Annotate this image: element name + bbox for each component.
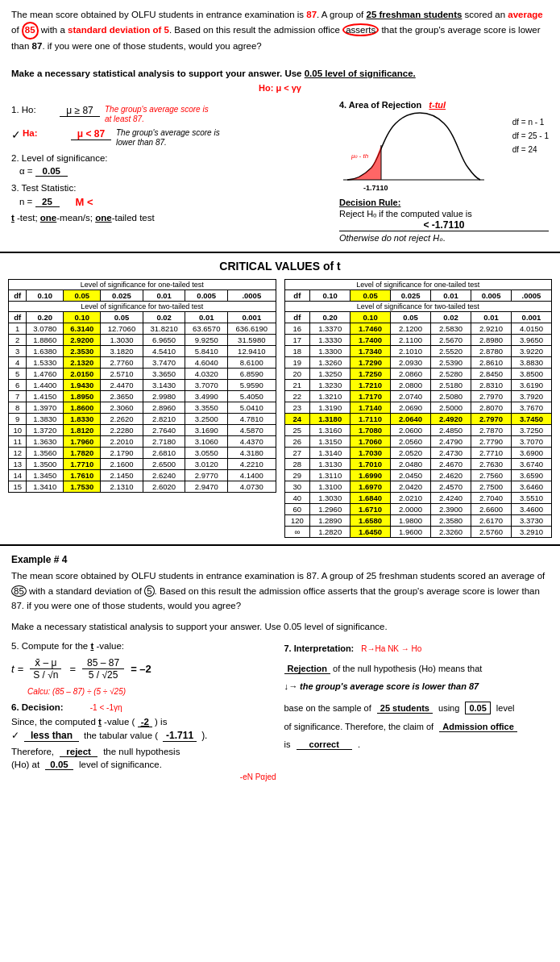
table-row: 121.35601.78202.17902.68103.05504.3180 (9, 448, 276, 459)
col-002: 0.02 (143, 312, 185, 323)
since-block: Since, the computed t -value ( -2 ) is (11, 717, 276, 727)
col-010b: 0.10 (64, 312, 101, 323)
example4-text: The mean score obtained by OLFU students… (11, 568, 549, 613)
level-val: 0.05 (45, 760, 73, 770)
table-row: 91.38301.83302.26202.82103.25004.7810 (9, 414, 276, 425)
test-stat-label: 3. Test Statistic: (11, 183, 331, 193)
table-row: 261.31501.70602.05602.47902.77903.7070 (284, 436, 552, 448)
make-analysis: Make a necessary statistical analysis to… (11, 69, 416, 78)
otherwise-text: Otherwise do not reject Hₒ. (339, 233, 549, 244)
compute-label: 5. Compute for the t -value: (11, 641, 276, 651)
m-annotation: M < (76, 196, 93, 208)
table-row: 41.53302.13202.77603.74704.60408.6100 (9, 357, 276, 369)
col-0025: 0.025 (101, 290, 143, 302)
df-col-h: df (9, 290, 27, 302)
means-arrow: ↓→ the group's average score is lower th… (284, 681, 479, 691)
compute-right: 7. Interpretation: R→Ha NK → Ho Rejectio… (284, 641, 550, 781)
rcol-0005: 0.005 (471, 290, 512, 302)
example4-title: Example # 4 (11, 554, 549, 565)
col-001: 0.01 (143, 290, 185, 302)
table-row: 601.29601.67102.00002.39002.66003.4600 (284, 504, 552, 515)
therefore-block: Therefore, reject the null hypothesis (11, 747, 276, 756)
decision-rule-label: Decision Rule: (339, 198, 549, 207)
calcu-note: Calcu: (85 – 87) ÷ (5 ÷ √25) (27, 687, 276, 696)
test-statistic: 3. Test Statistic: n = 25 M < t -test; o… (11, 183, 331, 223)
table-row: 81.39701.86002.30602.89603.35505.0410 (9, 402, 276, 414)
solution-right: 4. Area of Rejection t-tul μ₀ - th (339, 100, 549, 244)
interp-label: 7. Interpretation: (284, 643, 355, 653)
level-label: 2. Level of significance: (11, 153, 331, 163)
right-header1: Level of significance for one-tailed tes… (284, 280, 552, 290)
rcol-005b: 0.05 (391, 312, 431, 323)
left-table-wrap: Level of significance for one-tailed tes… (8, 279, 276, 538)
compute-area: 5. Compute for the t -value: t = x̄ – μ … (11, 641, 549, 781)
table-row: 211.32301.72102.08002.51802.83103.6190 (284, 380, 552, 391)
t-label: t (90, 641, 93, 651)
right-table-body: 161.33701.74602.12002.58302.92104.015017… (284, 323, 552, 538)
table-row: 281.31301.70102.04802.46702.76303.6740 (284, 459, 552, 470)
correct-val: correct (297, 739, 352, 750)
reject-label: reject (60, 747, 97, 757)
cv-tables: Level of significance for one-tailed tes… (8, 279, 552, 538)
formula-den: 5 / √25 (84, 669, 123, 681)
col-010: 0.10 (27, 290, 64, 302)
df-col-rh2: df (284, 312, 310, 323)
interp-annotation: R→Ha NK → Ho (361, 644, 421, 653)
table-row: 141.34501.76102.14502.62402.97704.1400 (9, 470, 276, 481)
solution-left: 1. Ho: μ ≥ 87 The group's average score … (11, 100, 339, 244)
table-row: 401.30301.68402.02102.42402.70403.5510 (284, 493, 552, 504)
decision-block: 6. Decision: -1 < -1γη (11, 702, 276, 712)
df-col-h2: df (9, 312, 27, 323)
rcol-010: 0.10 (310, 290, 351, 302)
table-row: 201.32501.72502.08602.52802.84503.8500 (284, 369, 552, 380)
rcol-0001: 0.001 (512, 312, 552, 323)
ha-label: Ha: (23, 128, 71, 138)
bottom-annotation: -eN Pαjed (11, 773, 276, 781)
table-row: 291.31101.69902.04502.46202.75603.6590 (284, 470, 552, 481)
level-sig: 2. Level of significance: α = 0.05 (11, 153, 331, 177)
right-header2: Level of significance for two-tailed tes… (284, 302, 552, 312)
rcol-0025: 0.025 (391, 290, 431, 302)
rcol-005: 0.05 (351, 290, 391, 302)
table-row: 71.41501.89502.36502.99803.49905.4050 (9, 391, 276, 402)
alpha-value: 0.05 (35, 166, 68, 177)
students-val: 25 students (377, 703, 433, 714)
svg-text:-1.7110: -1.7110 (363, 184, 388, 192)
table-row: 161.33701.74602.12002.58302.92104.0150 (284, 323, 552, 335)
right-cv-table: Level of significance for one-tailed tes… (284, 279, 553, 538)
table-row: 61.44001.94302.44703.14303.70705.9590 (9, 380, 276, 391)
decision-annotation: -1 < -1γη (90, 703, 122, 712)
table-row: 301.31001.69702.04202.45702.75003.6460 (284, 481, 552, 493)
left-table-body: 13.07806.314012.706031.821063.6570636.61… (9, 323, 276, 493)
rcol-002: 0.02 (431, 312, 471, 323)
solution-area: 1. Ho: μ ≥ 87 The group's average score … (11, 100, 549, 244)
reject-cond: < -1.7110 (339, 219, 549, 231)
h0-label: 1. Ho: (11, 105, 60, 115)
df-col-rh: df (284, 290, 310, 302)
table-row: 241.31801.71102.06402.49202.79703.7450 (284, 414, 552, 425)
frac-denominator: S / √n (28, 669, 63, 681)
table-row: 13.07806.314012.706031.821063.6570636.61… (9, 323, 276, 335)
col-00005: .0005 (228, 290, 276, 302)
n-value: 25 (35, 197, 60, 207)
less-than-label: less than (24, 730, 79, 742)
formula-num: 85 – 87 (82, 657, 124, 669)
t-test-label: t -test; one-mean/s; one-tailed test (11, 213, 331, 223)
table-row: 151.34101.75302.13102.60202.94704.0730 (9, 481, 276, 493)
table-row: 131.35001.77102.16002.65003.01204.2210 (9, 459, 276, 470)
area-rej-label: 4. Area of Rejection t-tul (339, 100, 549, 110)
t-formula: t = x̄ – μ S / √n = 85 – 87 5 / √25 = –2 (11, 657, 276, 681)
rcol-00005: .0005 (512, 290, 552, 302)
table-row: 101.37201.81202.22802.76403.16904.5870 (9, 425, 276, 436)
col-0005: 0.005 (185, 290, 228, 302)
col-001b: 0.01 (185, 312, 228, 323)
col-005b: 0.05 (101, 312, 143, 323)
n-label: n = (19, 197, 32, 206)
table-row: 251.31601.70802.06002.48502.78703.7250 (284, 425, 552, 436)
col-005: 0.05 (64, 290, 101, 302)
table-row: 191.32601.72902.09302.53902.86103.8830 (284, 357, 552, 369)
top-annotation: Ho: μ < γγ (259, 83, 301, 93)
formula-result: = –2 (131, 663, 151, 675)
compute-left: 5. Compute for the t -value: t = x̄ – μ … (11, 641, 276, 781)
reject-rule: Reject H₀ if the computed value is (339, 209, 549, 219)
